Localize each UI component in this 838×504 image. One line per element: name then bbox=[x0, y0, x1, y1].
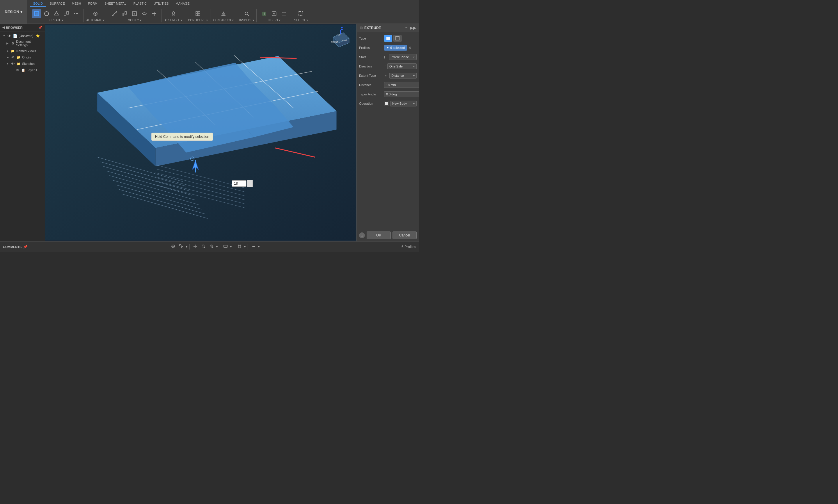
zoom-extend-button[interactable] bbox=[208, 244, 215, 250]
modify-icon-1[interactable] bbox=[110, 9, 119, 18]
tooltip-text: Hold Command to modify selection bbox=[155, 134, 209, 139]
direction-dropdown[interactable]: One Side ▾ bbox=[387, 64, 417, 69]
tab-manage[interactable]: MANAGE bbox=[172, 1, 193, 7]
sidebar-pin-icon[interactable]: 📌 bbox=[38, 25, 42, 29]
bottom-bar: COMMENTS 📌 ▾ ▾ ▾ ▾ bbox=[0, 241, 419, 252]
tree-item-unsaved[interactable]: ▼ 👁 📄 (Unsaved) ⭐ bbox=[0, 33, 45, 39]
direction-label: Direction bbox=[359, 65, 382, 68]
assemble-group-label[interactable]: ASSEMBLE ▾ bbox=[164, 19, 182, 22]
sidebar: ◀ BROWSER 📌 ▼ 👁 📄 (Unsaved) ⭐ ▶ ⚙ Docume… bbox=[0, 24, 45, 241]
bottom-divider-4 bbox=[248, 244, 248, 250]
tree-origin-icon: 📁 bbox=[16, 55, 21, 60]
svg-text:Z: Z bbox=[341, 27, 343, 30]
insert-icon-1[interactable]: i bbox=[260, 9, 269, 18]
cube-navigator[interactable]: Z TOP FRONT RIGHT bbox=[327, 27, 354, 53]
taper-angle-control bbox=[384, 91, 419, 97]
tree-label-unsaved: (Unsaved) bbox=[19, 34, 34, 37]
svg-rect-1 bbox=[36, 13, 38, 15]
comments-expand-icon[interactable]: 📌 bbox=[23, 245, 28, 249]
modify-icon-5[interactable] bbox=[149, 9, 159, 18]
distance-menu-button[interactable]: ⋮ bbox=[247, 180, 253, 187]
viewport[interactable]: Hold Command to modify selection ⋮ Z TOP… bbox=[45, 24, 356, 241]
svg-point-18 bbox=[172, 12, 175, 14]
cancel-button[interactable]: Cancel bbox=[393, 232, 417, 239]
type-btn-solid[interactable] bbox=[384, 35, 392, 42]
create-icon-2[interactable] bbox=[42, 9, 51, 18]
configure-group-label[interactable]: CONFIGURE ▾ bbox=[188, 19, 208, 22]
create-icon-5[interactable] bbox=[72, 9, 81, 18]
panel-expand-icon[interactable]: ⊞ bbox=[360, 26, 362, 30]
bottom-center-tools: ▾ ▾ ▾ ▾ ▾ bbox=[170, 244, 260, 250]
inspect-group-label[interactable]: INSPECT ▾ bbox=[239, 19, 254, 22]
operation-dropdown[interactable]: New Body ▾ bbox=[390, 101, 417, 106]
insert-icon-3[interactable] bbox=[279, 9, 289, 18]
profiles-clear-button[interactable]: ✕ bbox=[408, 46, 412, 50]
bottom-tool-arrow1: ▾ bbox=[186, 245, 188, 248]
profiles-selector-button[interactable]: ✦ 6 selected bbox=[384, 45, 407, 51]
construct-icon[interactable] bbox=[219, 9, 228, 18]
tree-item-sketches[interactable]: ▼ 👁 📁 Sketches bbox=[0, 60, 45, 67]
tab-sheet-metal[interactable]: SHEET METAL bbox=[101, 1, 130, 7]
distance-input[interactable] bbox=[384, 82, 419, 88]
taper-angle-label: Taper Angle bbox=[359, 92, 382, 96]
modify-group-label[interactable]: MODIFY ▾ bbox=[128, 19, 141, 22]
type-btn-thin[interactable] bbox=[393, 35, 402, 42]
modify-icon-2[interactable] bbox=[120, 9, 129, 18]
zoom-button[interactable] bbox=[200, 244, 207, 250]
configure-icon[interactable] bbox=[193, 9, 202, 18]
panel-title: EXTRUDE bbox=[364, 26, 381, 30]
start-dropdown[interactable]: Profile Plane ▾ bbox=[389, 54, 417, 60]
taper-angle-input[interactable] bbox=[384, 91, 419, 97]
modify-icon-3[interactable] bbox=[130, 9, 139, 18]
tab-utilities[interactable]: UTILITIES bbox=[150, 1, 172, 7]
inspect-icon[interactable] bbox=[242, 9, 251, 18]
browser-title: BROWSER bbox=[6, 26, 22, 29]
tab-form[interactable]: FORM bbox=[85, 1, 101, 7]
modify-icon-4[interactable] bbox=[140, 9, 149, 18]
panel-options-icon[interactable]: ⋯ bbox=[405, 25, 409, 30]
home-view-button[interactable] bbox=[170, 244, 177, 250]
tab-mesh[interactable]: MESH bbox=[68, 1, 85, 7]
extent-type-dropdown[interactable]: Distance ▾ bbox=[389, 73, 417, 78]
select-icon[interactable] bbox=[296, 9, 305, 18]
create-icon-4[interactable] bbox=[62, 9, 71, 18]
insert-group-label[interactable]: INSERT ▾ bbox=[268, 19, 281, 22]
ok-button[interactable]: OK bbox=[367, 232, 391, 239]
tree-item-doc-settings[interactable]: ▶ ⚙ Document Settings bbox=[0, 39, 45, 48]
assemble-icon[interactable] bbox=[169, 9, 178, 18]
design-button[interactable]: DESIGN ▾ bbox=[0, 0, 28, 23]
tree-item-named-views[interactable]: ▶ 📁 Named Views bbox=[0, 48, 45, 54]
profile-count-display: 6 Profiles bbox=[402, 245, 416, 249]
sidebar-back-icon[interactable]: ◀ bbox=[2, 25, 5, 29]
panel-arrow-icon[interactable]: ▶▶ bbox=[410, 25, 416, 30]
tab-solid[interactable]: SOLID bbox=[30, 1, 46, 7]
tree-eye-icon-2: 👁 bbox=[11, 55, 15, 60]
svg-line-86 bbox=[204, 247, 205, 248]
automate-group-label[interactable]: AUTOMATE ▾ bbox=[86, 19, 105, 22]
select-group-label[interactable]: SELECT ▾ bbox=[294, 19, 308, 22]
svg-rect-4 bbox=[64, 13, 66, 16]
snap-view-button[interactable] bbox=[178, 244, 185, 250]
pan-button[interactable] bbox=[192, 244, 199, 250]
svg-rect-13 bbox=[125, 12, 127, 14]
tree-arrow-origin: ▶ bbox=[6, 56, 9, 59]
more-button[interactable] bbox=[250, 244, 257, 250]
create-icon-3[interactable] bbox=[52, 9, 61, 18]
create-icon-1[interactable] bbox=[32, 9, 41, 18]
tab-surface[interactable]: SURFACE bbox=[46, 1, 68, 7]
insert-icon-2[interactable] bbox=[269, 9, 279, 18]
svg-point-8 bbox=[77, 13, 78, 14]
distance-input-container: ⋮ bbox=[232, 180, 253, 187]
tree-item-layer1[interactable]: 👁 📋 Layer 1 bbox=[0, 67, 45, 73]
distance-inline-input[interactable] bbox=[232, 180, 247, 187]
automate-icon[interactable] bbox=[91, 9, 100, 18]
tab-plastic[interactable]: PLASTIC bbox=[130, 1, 150, 7]
create-group-label[interactable]: CREATE ▾ bbox=[50, 19, 64, 22]
construct-group-label[interactable]: CONSTRUCT ▾ bbox=[213, 19, 234, 22]
info-icon[interactable]: ℹ bbox=[359, 232, 365, 238]
group-create: CREATE ▾ bbox=[30, 9, 84, 22]
svg-point-98 bbox=[254, 246, 255, 247]
grid-button[interactable] bbox=[236, 244, 243, 250]
display-mode-button[interactable] bbox=[222, 244, 229, 250]
tree-item-origin[interactable]: ▶ 👁 📁 Origin bbox=[0, 54, 45, 60]
